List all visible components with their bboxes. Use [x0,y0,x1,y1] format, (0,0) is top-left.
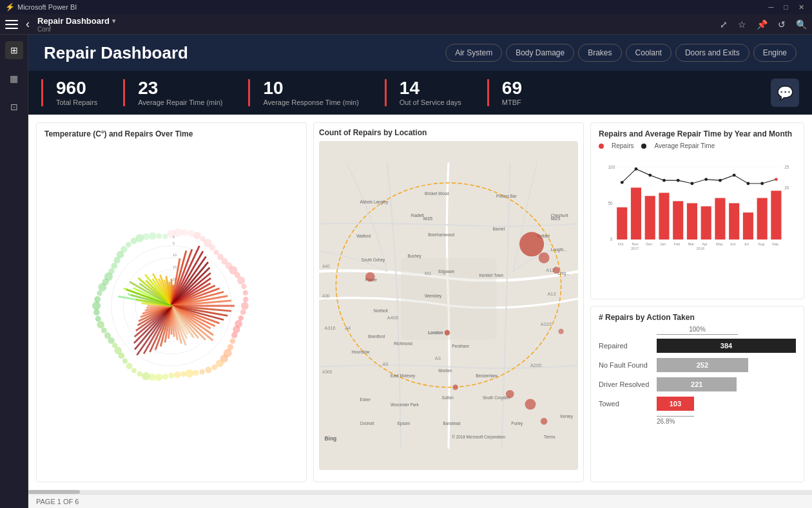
svg-point-175 [126,362,133,369]
action-bar-driver-fill: 221 [657,377,737,391]
svg-text:0: 0 [610,237,613,241]
svg-point-151 [240,309,246,315]
svg-text:Apr: Apr [702,242,708,246]
tab-brakes[interactable]: Brakes [578,44,621,62]
svg-point-262 [553,267,560,274]
svg-point-268 [541,418,548,425]
fullscreen-icon[interactable]: ⤢ [720,19,728,30]
window-controls[interactable]: ─ □ ✕ [766,3,807,12]
map[interactable]: A40 A30 A308 M25 M25 M1 A12 A13 A102 A20… [319,141,578,470]
tab-coolant[interactable]: Coolant [626,44,672,62]
dropdown-chevron[interactable]: ▾ [112,17,115,24]
action-row-driver: Driver Resolved 221 [599,377,796,391]
svg-point-146 [237,276,245,284]
svg-text:A308: A308 [322,370,332,374]
svg-text:Potters Bar: Potters Bar [496,194,517,198]
kpi-row: 960 Total Repairs 23 Average Repair Time… [28,71,812,115]
svg-text:Peckham: Peckham [452,344,469,348]
circular-svg: // done in JS below 25 20 15 [81,216,262,396]
maximize-btn[interactable]: □ [781,3,791,12]
svg-point-181 [104,332,111,339]
legend-avg-label: Average Repair Time [654,142,715,149]
svg-text:Banstead: Banstead [443,421,461,426]
svg-text:Edgware: Edgware [438,269,454,274]
svg-point-173 [137,371,142,376]
action-bar-towed-fill: 103 [657,397,694,411]
svg-text:Morden: Morden [438,368,452,373]
svg-text:London: London [428,330,443,335]
tab-air-system[interactable]: Air System [445,44,502,62]
svg-point-169 [162,373,168,379]
svg-text:15: 15 [173,265,177,269]
svg-point-152 [238,315,244,321]
svg-point-166 [180,371,186,377]
svg-text:A40: A40 [322,264,330,268]
hamburger-menu[interactable] [5,20,18,29]
svg-point-269 [558,328,563,334]
sidebar-module-icon[interactable]: ⊡ [5,98,23,116]
svg-point-27 [719,179,722,182]
svg-rect-9 [631,187,641,240]
toolbar-actions: ⤢ ☆ 📌 ↺ 🔍 [720,19,807,30]
svg-text:East Molesey: East Molesey [391,373,416,379]
pin-icon[interactable]: 📌 [757,19,768,30]
app-icon: ⚡ [5,3,15,12]
sidebar-home-icon[interactable]: ⊞ [5,41,23,59]
svg-point-163 [200,369,205,374]
svg-point-25 [691,182,694,185]
menu-bar: ‹ Repair Dashboard ▾ Conf ⤢ ☆ 📌 ↺ 🔍 [0,14,812,35]
svg-point-31 [775,178,778,181]
kpi-label-mtbf: MTBF [502,99,522,106]
percent-bottom: 26.8% [599,418,796,425]
svg-text:Barnet: Barnet [493,227,505,231]
svg-text:Sutton: Sutton [441,395,454,400]
svg-point-135 [188,230,194,236]
tab-doors-exits[interactable]: Doors and Exits [675,44,749,62]
sidebar-grid-icon[interactable]: ▦ [5,70,23,88]
svg-text:Watford: Watford [356,234,371,238]
tab-body-damage[interactable]: Body Damage [506,44,574,62]
svg-rect-8 [617,207,627,240]
svg-point-161 [211,364,217,370]
bookmark-icon[interactable]: ☆ [738,19,746,30]
dashboard-header: Repair Dashboard Air System Body Damage … [28,35,812,71]
svg-text:A316: A316 [324,325,335,331]
svg-text:Borehamwood: Borehamwood [428,232,454,237]
svg-text:© 2018 Microsoft Corporation: © 2018 Microsoft Corporation [452,435,505,440]
svg-text:Jul: Jul [744,242,748,246]
legend-repairs-dot [599,144,604,149]
action-row-towed: Towed 103 [599,397,796,411]
svg-text:5: 5 [173,241,175,245]
minimize-btn[interactable]: ─ [766,3,777,12]
svg-text:10: 10 [173,253,177,257]
svg-point-168 [168,372,174,378]
svg-text:Kentish Town: Kentish Town [479,273,504,278]
action-bar-nofault: 252 [657,358,796,372]
comment-icon[interactable]: 💬 [771,79,799,107]
sidebar: ⊞ ▦ ⊡ [0,35,28,508]
dashboard-title: Repair Dashboard [44,43,440,63]
svg-rect-17 [743,212,753,240]
svg-text:Purley: Purley [511,421,523,426]
bar-chart: 100 50 0 25 20 [599,153,796,256]
action-label-towed: Towed [599,400,657,408]
svg-text:Cheshunt: Cheshunt [551,213,568,218]
action-label-nofault: No Fault Found [599,361,657,369]
svg-point-179 [112,343,117,348]
svg-text:Aug: Aug [758,242,764,246]
svg-text:Lought...: Lought... [551,247,567,252]
svg-point-187 [94,296,101,303]
svg-point-200 [143,233,150,240]
refresh-icon[interactable]: ↺ [778,19,786,30]
svg-text:A13: A13 [547,291,556,297]
search-icon[interactable]: 🔍 [796,19,807,30]
back-button[interactable]: ‹ [26,17,30,31]
tab-engine[interactable]: Engine [753,44,797,62]
close-btn[interactable]: ✕ [796,3,807,12]
svg-point-24 [677,179,680,182]
svg-text:Brentford: Brentford [368,334,385,339]
app-name: Microsoft Power BI [17,3,77,11]
svg-rect-15 [715,198,725,240]
svg-text:M1: M1 [425,270,431,276]
kpi-label-out-of-service: Out of Service days [400,99,461,106]
